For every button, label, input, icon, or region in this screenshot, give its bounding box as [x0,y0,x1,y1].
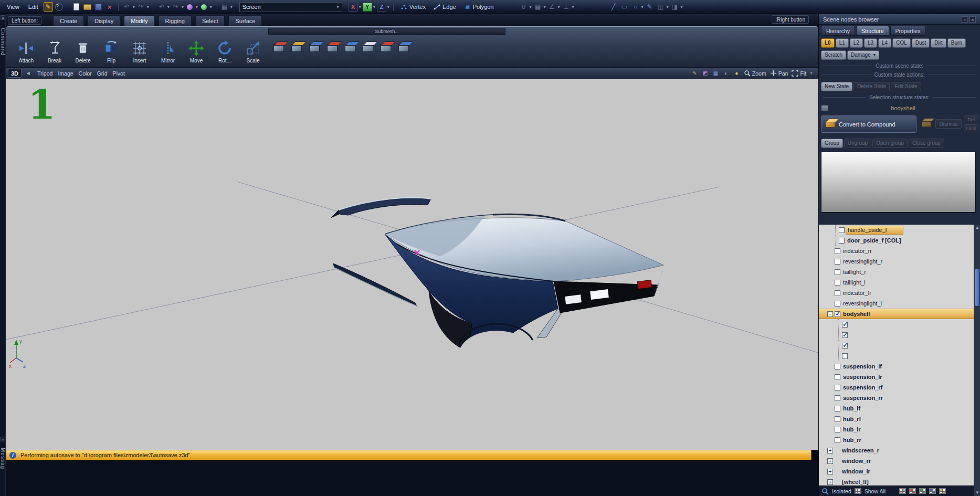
fit-control[interactable]: Fit [792,70,806,77]
bodyshell-mesh[interactable] [385,214,663,379]
panel-titlebar[interactable]: Scene nodes browser ▫ × [819,14,980,25]
snap-angle-icon[interactable]: ∠ [547,2,556,12]
material-sphere-icon[interactable] [185,2,195,12]
viewport-mode-button[interactable]: 3D [8,69,22,78]
dropdown-icon[interactable]: ▾ [543,5,545,9]
tree-checkbox[interactable] [842,332,848,338]
ribbon-tab[interactable]: Select [195,15,225,26]
group-action-button[interactable]: Group [821,139,843,148]
tree-item[interactable]: bodyshell [819,309,974,319]
dismiss-button[interactable]: Dismiss [935,119,962,129]
state-action-button[interactable]: Delete State [853,82,890,91]
panel-tab[interactable]: Properties [890,26,926,36]
draw-rect-icon[interactable]: ▭ [620,2,629,12]
screen-select[interactable]: Screen ▾ [239,2,342,12]
tree-item[interactable]: suspension_rr [819,393,974,403]
tree-item[interactable]: hub_lr [819,424,974,435]
polygon-mode-button[interactable]: Polygon [461,3,497,11]
tree-checkbox[interactable] [835,364,840,370]
convert-to-compound-button[interactable]: Convert to Compound [821,115,916,133]
show-all-toggle[interactable]: Show All [865,488,886,494]
draw-circle-icon[interactable]: ○ [631,2,640,12]
tree-checkbox[interactable] [842,322,848,328]
tree-checkbox[interactable] [835,259,840,265]
panel-close-icon[interactable]: × [970,16,976,23]
axis-x-toggle[interactable]: X [349,3,358,12]
viewport-menu-dropdown-icon[interactable]: ▼ [809,71,813,75]
snap-normal-icon[interactable]: ⊥ [561,2,571,12]
viewport-3d[interactable]: y x z 1 [6,79,818,450]
palette-icon[interactable]: ◩ [702,70,709,77]
viewport-header-item[interactable]: Color [76,70,94,77]
tree-item[interactable] [819,351,974,361]
tree-item[interactable]: hub_rf [819,414,974,424]
layers-icon[interactable]: ▦ [220,2,229,12]
render-sphere-icon[interactable] [199,2,209,12]
tree-item[interactable]: suspension_lr [819,372,974,382]
tree-item[interactable]: suspension_lf [819,361,974,372]
dropdown-icon[interactable]: ▾ [641,5,644,9]
filter-red-icon[interactable] [909,488,916,494]
submesh-tool-icon[interactable] [327,44,338,52]
state-button[interactable]: L2 [850,38,863,48]
tree-checkbox[interactable] [835,416,840,422]
tree-checkbox[interactable] [839,227,845,233]
tree-item[interactable]: reversinglight_r [819,256,974,267]
group-action-button[interactable]: Ungroup [844,139,871,148]
ribbon-tab[interactable]: Display [88,15,120,26]
ribbon-tab[interactable]: Create [53,15,84,26]
attach-button[interactable]: Attach [14,29,38,65]
command-panel-label[interactable]: Command [0,28,6,56]
move-button[interactable]: Move [184,29,208,65]
dropdown-icon[interactable]: ▾ [182,5,184,9]
redo-view-icon[interactable]: ↷ [171,2,181,12]
ribbon-tab[interactable]: Surface [228,15,262,26]
del-button[interactable]: Del [964,115,978,123]
isolated-toggle[interactable]: Isolated [832,488,851,494]
scrollbar-thumb[interactable] [975,269,980,307]
tree-scrollbar[interactable]: ▲ ▼ [974,225,980,496]
state-button[interactable]: Dirt [931,38,946,48]
tree-item[interactable]: taillight_r [819,267,974,277]
scroll-down-icon[interactable]: ▼ [974,490,980,496]
insert-button[interactable]: Insert [128,29,152,65]
tree-expander-icon[interactable] [827,311,833,317]
submesh-tool-icon[interactable] [309,44,320,52]
lock-button[interactable]: Lock [964,124,978,132]
undo-icon[interactable]: ↶ [122,2,132,12]
viewport-header-item[interactable]: Image [55,70,76,77]
tree-checkbox[interactable] [835,301,840,307]
snap-grid-icon[interactable]: ▦ [533,2,542,12]
zoom-control[interactable]: Zoom [744,70,766,77]
damage-button[interactable]: Scratch [821,50,846,60]
tree-item[interactable]: reversinglight_l [819,298,974,309]
pan-control[interactable]: Pan [770,70,788,77]
undo-dropdown-icon[interactable]: ▾ [133,5,135,9]
viewport-back-icon[interactable]: ◀ [25,70,31,77]
axis-z-toggle[interactable]: Z [377,3,386,12]
damage-button[interactable]: Damage [847,50,879,60]
dropdown-icon[interactable]: ▾ [359,5,361,9]
state-button[interactable]: L1 [836,38,849,48]
draw-line-icon[interactable]: ╱ [609,2,618,12]
new-file-icon[interactable] [72,2,81,12]
submesh-tool-icon[interactable] [291,44,302,52]
undo-view-icon[interactable]: ↶ [157,2,166,12]
sill-mesh[interactable] [333,263,417,306]
trim-strip-mesh[interactable] [330,198,431,218]
panel-pin-icon[interactable]: ▫ [962,16,968,23]
tree-checkbox[interactable] [835,406,840,411]
mirror-button[interactable]: Mirror [156,29,180,65]
viewport-header-item[interactable]: Grid [94,70,110,77]
tree-checkbox[interactable] [835,437,840,443]
wireframe-icon[interactable]: ▦ [712,70,719,77]
open-folder-icon[interactable] [83,2,92,12]
help-icon[interactable]: ? [55,2,64,12]
menu-edit[interactable]: Edit [25,3,42,11]
messages-panel-close-icon[interactable]: × [1,437,5,441]
panel-tab[interactable]: Structure [856,26,889,36]
draw-pen-icon[interactable]: ✎ [645,2,655,12]
tree-item[interactable]: hub_lf [819,403,974,414]
tree-item[interactable]: indicator_lr [819,288,974,298]
state-button[interactable]: L0 [821,38,835,48]
